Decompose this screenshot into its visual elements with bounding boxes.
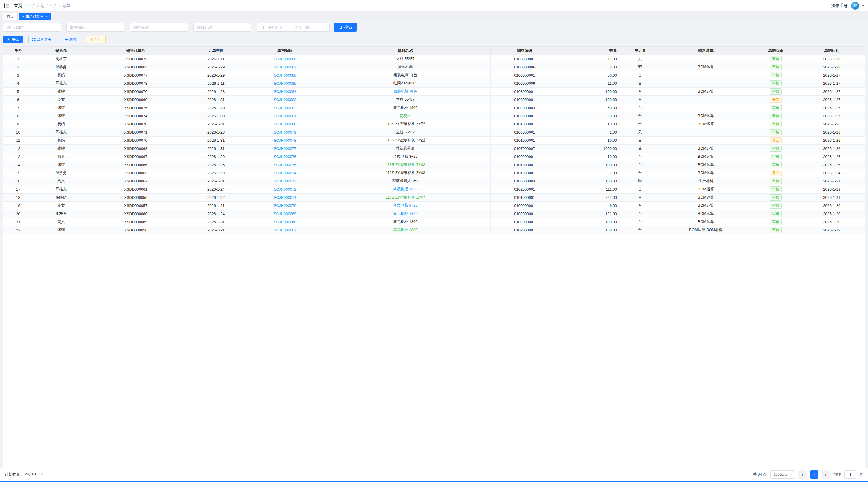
cell-bom-list: BOM运算 xyxy=(659,112,753,120)
cell-doc-code[interactable]: SCJH000085 xyxy=(250,79,320,87)
cell-order-due-date: 2026-1-31 xyxy=(182,177,250,185)
cell-doc-code[interactable]: SCJH000070 xyxy=(250,201,320,210)
breadcrumb-production-plan[interactable]: 生产计划 xyxy=(28,3,44,8)
cell-doc-code[interactable]: SCJH000071 xyxy=(250,193,320,201)
menu-collapse-icon[interactable] xyxy=(4,3,9,8)
cell-doc-code[interactable]: SCJH000083 xyxy=(250,95,320,104)
status-badge: 审核 xyxy=(770,113,782,119)
goto-page-input[interactable] xyxy=(844,470,856,479)
sales-order-input[interactable] xyxy=(3,23,61,32)
cell-doc-code[interactable]: SCJH000072 xyxy=(250,185,320,193)
cell-seller: 周桂东 xyxy=(33,79,89,87)
date-range-picker[interactable]: - xyxy=(257,23,330,32)
export-button[interactable]: 导出 xyxy=(86,35,106,43)
add-button[interactable]: 新增 xyxy=(61,35,81,43)
tab-home[interactable]: 首页 xyxy=(3,13,18,20)
footer-bar: 计划数量： 20,161,201 共 84 条 100条/页 ▾ ‹ 1 › 前… xyxy=(0,468,868,481)
doc-code-input[interactable] xyxy=(66,23,124,32)
cell-seller: 张键 xyxy=(33,104,89,112)
cell-doc-code[interactable]: SCJH000088 xyxy=(250,55,320,63)
cell-doc-code[interactable]: SCJH000080 xyxy=(250,120,320,128)
cell-order-due-date: 2026-1-24 xyxy=(182,185,250,193)
pagination: 共 84 条 100条/页 ▾ ‹ 1 › 前往 页 xyxy=(753,470,863,479)
bottom-scrollbar[interactable] xyxy=(0,481,868,482)
status-badge: 开立 xyxy=(770,137,782,143)
end-date-input[interactable] xyxy=(291,25,313,30)
cell-doc-code[interactable]: SCJH000073 xyxy=(250,177,320,185)
grid-icon xyxy=(32,38,35,41)
cell-doc-code[interactable]: SCJH000082 xyxy=(250,104,320,112)
status-badge: 审核 xyxy=(770,178,782,184)
cell-material-name[interactable]: 118S ZY型纸杯机 ZY型 xyxy=(320,161,490,169)
search-button[interactable]: 搜索 xyxy=(334,23,357,32)
cell-seller: 周桂东 xyxy=(33,210,89,218)
breadcrumb-production-plan-order[interactable]: 生产计划单 xyxy=(50,3,70,8)
cell-status: 审核 xyxy=(753,104,799,112)
cell-doc-date: 2026-1-27 xyxy=(799,95,865,104)
export-button-label: 导出 xyxy=(95,37,102,42)
user-menu-caret-icon[interactable]: ▾ xyxy=(863,4,864,7)
cell-order-due-date: 2026-1-25 xyxy=(182,161,250,169)
cell-material-name[interactable]: 简易机柜 1800 xyxy=(320,210,490,218)
cell-doc-code[interactable]: SCJH000079 xyxy=(250,128,320,136)
column-header-9: 物料清单 xyxy=(659,46,753,55)
prev-page-button[interactable]: ‹ xyxy=(798,470,807,479)
cell-index: 7 xyxy=(3,104,33,112)
cell-material-name[interactable]: 台式电脑 8+25 xyxy=(320,201,490,210)
add-button-label: 新增 xyxy=(69,37,76,42)
tab-production-plan-order[interactable]: ● 生产计划单 × xyxy=(19,13,51,20)
cell-unit: 台 xyxy=(621,136,659,144)
cell-material-name[interactable]: 简易机 xyxy=(320,112,490,120)
cell-index: 14 xyxy=(3,161,33,169)
cell-quantity: 50.00 xyxy=(559,71,621,79)
cell-unit: 台 xyxy=(621,161,659,169)
start-date-input[interactable] xyxy=(265,25,287,30)
cell-seller: 周桂东 xyxy=(33,128,89,136)
query-all-button[interactable]: 查询所有 xyxy=(28,35,55,43)
page-size-select[interactable]: 100条/页 ▾ xyxy=(770,470,795,479)
breadcrumb-home[interactable]: 首页 xyxy=(14,3,22,8)
cell-doc-code[interactable]: SCJH000077 xyxy=(250,144,320,153)
cell-doc-code[interactable]: SCJH000087 xyxy=(250,63,320,71)
cell-doc-code[interactable]: SCJH000076 xyxy=(250,153,320,161)
cell-bom-list: BOM运算 xyxy=(659,161,753,169)
cell-material-name[interactable]: 简易机柜 1800 xyxy=(320,185,490,193)
cell-material-name[interactable]: 118S ZY型纸杯机 ZY型 xyxy=(320,193,490,201)
table-row: 12张键XSDD0000682026-1-31SCJH000077香辣蒜蓉酱01… xyxy=(3,144,865,153)
user-avatar[interactable]: M xyxy=(851,2,859,10)
tab-close-icon[interactable]: × xyxy=(45,14,48,18)
material-name-input[interactable] xyxy=(193,23,251,32)
cell-quantity: 50.00 xyxy=(559,104,621,112)
cell-status: 审核 xyxy=(753,63,799,71)
cell-quantity: 6.00 xyxy=(559,201,621,210)
cell-doc-code[interactable]: SCJH000086 xyxy=(250,71,320,79)
cell-doc-code[interactable]: SCJH000069 xyxy=(250,210,320,218)
cell-doc-code[interactable]: SCJH000078 xyxy=(250,136,320,144)
cell-status: 审核 xyxy=(753,128,799,136)
document-icon xyxy=(7,37,10,41)
cell-doc-code[interactable]: SCJH000067 xyxy=(250,226,320,234)
status-badge: 审核 xyxy=(770,186,782,192)
cell-doc-code[interactable]: SCJH000084 xyxy=(250,87,320,95)
cell-bom-list: BOM运算,BOM补料 xyxy=(659,226,753,234)
page-1-button[interactable]: 1 xyxy=(810,470,818,479)
next-page-button[interactable]: › xyxy=(822,470,830,479)
status-badge: 开立 xyxy=(770,97,782,103)
cell-doc-code[interactable]: SCJH000075 xyxy=(250,161,320,169)
status-badge: 审核 xyxy=(770,162,782,168)
table-header-row: 序号销售员销售订单号订单交期单据编码物料名称物料编码数量主计量物料清单单据状态单… xyxy=(3,46,865,55)
cell-material-code: 0107000007 xyxy=(490,144,559,153)
cell-doc-code[interactable]: SCJH000081 xyxy=(250,112,320,120)
cell-material-code: 0101000001 xyxy=(490,193,559,201)
cell-unit: 台 xyxy=(621,185,659,193)
document-button[interactable]: 单据 xyxy=(3,35,23,43)
cell-material-name[interactable]: 简易机柜 1800 xyxy=(320,226,490,234)
cell-doc-code[interactable]: SCJH000074 xyxy=(250,169,320,177)
cell-sales-order: XSDD000077 xyxy=(89,71,182,79)
material-code-input[interactable] xyxy=(130,23,188,32)
manual-link[interactable]: 操作手册 xyxy=(831,3,847,8)
cell-material-name[interactable]: 组装电脑 黑色 xyxy=(320,87,490,95)
cell-doc-code[interactable]: SCJH000068 xyxy=(250,218,320,226)
table-row: 21黄文XSDD0000692026-1-31SCJH000068简易机柜 18… xyxy=(3,218,865,226)
page-size-value: 100条/页 xyxy=(774,472,788,477)
